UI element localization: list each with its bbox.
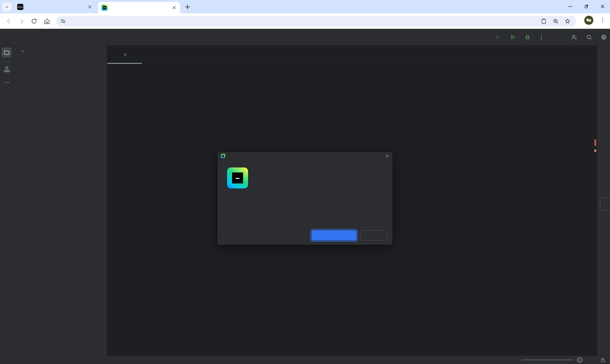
python-icon bbox=[485, 34, 491, 40]
pause-indexing-button[interactable] bbox=[577, 357, 583, 363]
settings-gear-icon[interactable] bbox=[600, 34, 607, 40]
new-tab-button[interactable] bbox=[184, 3, 191, 11]
browser-tab-python[interactable]: PC bbox=[98, 2, 180, 13]
about-pycharm-dialog: PC bbox=[218, 153, 392, 244]
editor-tab-bar bbox=[107, 46, 597, 64]
collapse-panel-button[interactable] bbox=[600, 198, 610, 211]
chevron-down-icon bbox=[495, 35, 500, 39]
pycharm-favicon: PC bbox=[221, 154, 225, 158]
code-with-me-icon[interactable] bbox=[571, 34, 578, 40]
run-button[interactable] bbox=[509, 34, 516, 40]
close-tab-icon[interactable] bbox=[87, 4, 92, 10]
lock-open-icon[interactable] bbox=[600, 357, 606, 363]
more-tool-windows-button[interactable] bbox=[4, 79, 10, 86]
titanide-favicon: <t> bbox=[17, 4, 23, 10]
zoom-in-icon[interactable] bbox=[552, 18, 559, 25]
tool-window-project-button[interactable] bbox=[2, 47, 12, 57]
more-actions-icon[interactable] bbox=[538, 34, 545, 40]
tool-window-structure-button[interactable] bbox=[4, 66, 10, 73]
folder-icon bbox=[4, 49, 10, 55]
project-panel-header[interactable] bbox=[18, 49, 26, 54]
error-stripe-mark[interactable] bbox=[594, 149, 596, 152]
progress-bar bbox=[521, 359, 573, 360]
debug-button[interactable] bbox=[524, 34, 531, 40]
pycharm-logo bbox=[227, 168, 248, 188]
indexing-progress[interactable] bbox=[518, 357, 583, 363]
error-stripe-breakpoint-mark[interactable] bbox=[594, 139, 596, 146]
site-info-icon[interactable] bbox=[60, 18, 66, 24]
search-everywhere-icon[interactable] bbox=[586, 34, 592, 40]
window-close-button[interactable] bbox=[599, 3, 606, 10]
close-editor-tab-icon[interactable] bbox=[123, 52, 128, 57]
dialog-close-icon[interactable] bbox=[385, 154, 389, 158]
status-bar bbox=[0, 355, 610, 364]
pycharm-favicon: PC bbox=[102, 4, 108, 11]
window-minimize-button[interactable] bbox=[567, 3, 573, 10]
python-file-icon bbox=[112, 52, 117, 57]
dialog-titlebar[interactable]: PC bbox=[218, 153, 392, 159]
address-bar[interactable] bbox=[56, 16, 576, 26]
active-tab-underline bbox=[107, 63, 142, 64]
editor-tab-main-py[interactable] bbox=[108, 49, 131, 60]
run-configuration-selector[interactable] bbox=[485, 34, 500, 40]
browser-tab-project[interactable]: <t> bbox=[14, 2, 96, 12]
back-button[interactable] bbox=[5, 18, 13, 25]
home-button[interactable] bbox=[43, 18, 51, 25]
close-tab-icon[interactable] bbox=[171, 5, 177, 10]
clipboard-icon[interactable] bbox=[540, 18, 547, 25]
forward-button[interactable] bbox=[18, 18, 25, 25]
profile-avatar[interactable] bbox=[584, 16, 593, 25]
tab-search-button[interactable] bbox=[2, 2, 12, 12]
window-restore-button[interactable] bbox=[583, 3, 589, 10]
bookmark-star-icon[interactable] bbox=[564, 18, 571, 25]
stripe-divider bbox=[2, 62, 12, 62]
chevron-down-icon bbox=[21, 49, 26, 54]
close-button[interactable] bbox=[360, 230, 387, 240]
browser-titlebar: <t> PC bbox=[0, 0, 610, 13]
project-tool-window bbox=[13, 46, 107, 355]
reload-button[interactable] bbox=[30, 18, 38, 25]
chevron-down-icon bbox=[4, 4, 9, 9]
ide-menu-bar bbox=[0, 29, 610, 46]
browser-menu-icon[interactable] bbox=[599, 16, 606, 24]
copy-and-close-button[interactable] bbox=[311, 230, 357, 241]
browser-toolbar bbox=[0, 13, 610, 29]
left-tool-window-stripe bbox=[0, 46, 13, 355]
